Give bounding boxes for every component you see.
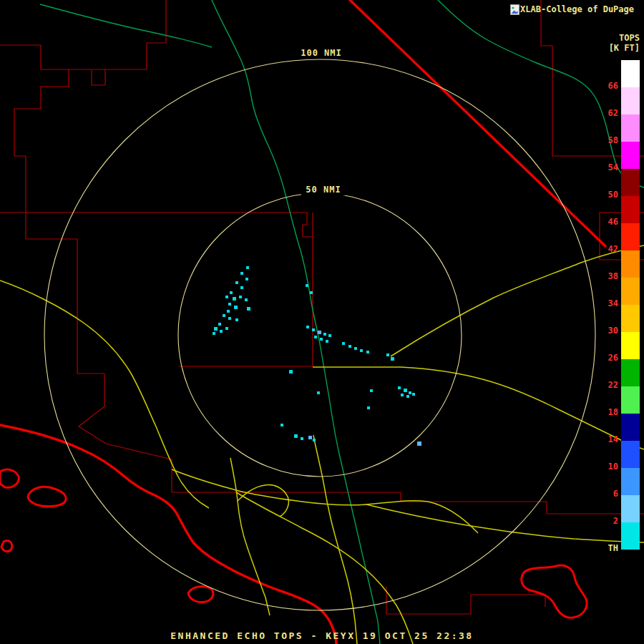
legend-entry: 50 <box>608 169 640 196</box>
echo-pixel <box>220 330 223 333</box>
echo-pixel <box>247 307 250 311</box>
range-rings: 100 NMI 50 NMI <box>44 47 595 610</box>
echo-pixel <box>294 434 298 438</box>
island-outline <box>1 541 12 552</box>
legend-entry-label: 42 <box>608 245 618 253</box>
echo-pixel <box>218 323 221 326</box>
legend-entry-swatch <box>621 332 640 359</box>
legend-units: [K FT] <box>608 43 640 53</box>
echo-pixel <box>230 291 233 294</box>
attribution: NEXLAB-College of DuPage <box>510 4 638 14</box>
echo-pixel <box>354 347 357 350</box>
state-border-diagonal <box>350 0 605 246</box>
attribution-text: NEXLAB-College of DuPage <box>510 4 634 14</box>
legend-entry: 46 <box>608 196 640 223</box>
legend-entry-swatch <box>621 359 640 386</box>
echo-pixel <box>326 340 328 343</box>
legend-entry: 2 <box>608 495 640 522</box>
echo-pixel <box>240 272 243 275</box>
echo-pixel <box>370 389 373 392</box>
echo-pixel <box>409 391 411 394</box>
echo-pixel <box>214 327 218 331</box>
echo-pixel <box>306 326 309 328</box>
echo-pixel <box>301 437 303 440</box>
echo-pixel <box>417 441 421 446</box>
legend-entry: 66 <box>608 60 640 87</box>
legend-entry: 30 <box>608 305 640 332</box>
legend-entry-label: 14 <box>608 435 618 444</box>
echo-pixel <box>228 317 231 320</box>
legend-entry-swatch <box>621 60 640 87</box>
echo-pixel <box>386 353 389 356</box>
legend-entry: 14 <box>608 414 640 441</box>
echo-pixel <box>398 386 401 389</box>
echo-pixel <box>406 395 409 398</box>
echo-pixel <box>245 298 248 301</box>
legend-entry: TH <box>608 522 640 550</box>
echo-pixel <box>246 266 249 269</box>
legend-entry-swatch <box>621 114 640 142</box>
legend-entry-label: 54 <box>608 163 618 172</box>
legend-entry-label: 18 <box>608 408 618 416</box>
legend-entry-label: 50 <box>608 190 618 199</box>
legend-entry-swatch <box>621 278 640 305</box>
legend-entry-label: 46 <box>608 218 618 226</box>
echo-pixel <box>228 303 231 306</box>
legend-entry: 58 <box>608 114 640 142</box>
echo-pixel <box>328 334 331 337</box>
legend-entry-label: TH <box>608 544 618 552</box>
echo-pixel <box>401 394 404 396</box>
echo-pixel <box>366 351 369 353</box>
echo-pixel <box>240 286 243 289</box>
echo-pixel <box>317 391 320 394</box>
legend: TOPS [K FT] 6662585450464238343026221814… <box>608 33 640 577</box>
river-lines <box>40 0 644 644</box>
legend-entry-label: 66 <box>608 82 618 90</box>
echo-pixel <box>323 333 326 336</box>
legend-entry: 38 <box>608 250 640 278</box>
island-outline <box>522 565 587 618</box>
radar-map: 100 NMI 50 NMI <box>0 0 644 644</box>
echo-pixel <box>225 296 228 298</box>
legend-entry-swatch <box>621 441 640 468</box>
legend-entry-swatch <box>621 169 640 196</box>
echo-pixel <box>310 291 313 294</box>
legend-entry-label: 38 <box>608 272 618 280</box>
echo-pixel <box>391 357 394 361</box>
legend-entry-swatch <box>621 250 640 278</box>
legend-entry-swatch <box>621 522 640 550</box>
echo-pixel <box>227 310 230 313</box>
legend-entry-label: 26 <box>608 353 618 362</box>
road-lines <box>0 245 644 644</box>
echo-pixel <box>313 439 316 441</box>
legend-entry: 18 <box>608 386 640 414</box>
legend-entry-label: 34 <box>608 299 618 308</box>
legend-entry <box>608 550 640 577</box>
legend-entry-swatch <box>621 386 640 414</box>
range-ring-50nmi <box>178 193 462 477</box>
legend-entry-label: 10 <box>608 462 618 471</box>
echo-pixel <box>306 284 308 287</box>
coastline <box>0 425 336 644</box>
legend-entry: 6 <box>608 468 640 495</box>
echo-pixel <box>320 338 323 341</box>
ring-label-50nmi: 50 NMI <box>306 185 341 195</box>
echo-pixel <box>223 314 225 317</box>
island-outline <box>0 469 19 487</box>
echo-pixel <box>213 332 215 335</box>
echo-pixel <box>308 436 312 439</box>
legend-entry: 34 <box>608 278 640 305</box>
echo-pixel <box>239 296 242 298</box>
echo-pixel <box>233 297 236 301</box>
echo-pixel <box>360 349 363 352</box>
product-caption: ENHANCED ECHO TOPS - KEYX 19 OCT 25 22:3… <box>0 630 644 641</box>
legend-entry-label: 2 <box>613 517 618 525</box>
echo-pixel <box>348 345 351 348</box>
island-outline <box>188 587 213 602</box>
legend-entry-label: 6 <box>613 489 618 498</box>
legend-entry: 62 <box>608 87 640 114</box>
legend-entry: 26 <box>608 332 640 359</box>
legend-entry-label: 22 <box>608 381 618 389</box>
legend-entry-swatch <box>621 550 640 577</box>
legend-entry: 22 <box>608 359 640 386</box>
